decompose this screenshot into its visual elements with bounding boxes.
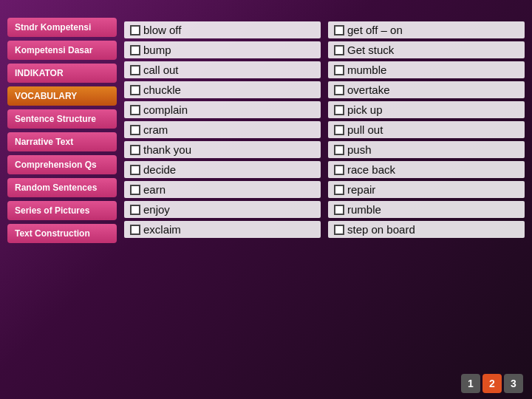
vocab-checkbox[interactable] (130, 85, 140, 95)
vocab-checkbox[interactable] (130, 185, 140, 195)
vocab-word: decide (143, 163, 176, 176)
vocab-item: bump (124, 41, 321, 58)
vocab-item: complain (124, 101, 321, 118)
vocab-item: enjoy (124, 201, 321, 218)
vocab-item: pull out (328, 121, 525, 138)
vocab-item: exclaim (124, 221, 321, 238)
vocab-word: repair (347, 183, 375, 196)
vocab-checkbox[interactable] (334, 65, 344, 75)
vocab-word: get off – on (347, 24, 403, 36)
vocab-item: thank you (124, 141, 321, 158)
vocab-word: complain (143, 103, 188, 116)
vocab-word: earn (143, 183, 166, 196)
vocab-word: thank you (143, 143, 191, 156)
vocab-word: call out (143, 64, 179, 76)
vocab-word: exclaim (143, 223, 181, 236)
vocab-item: blow off (124, 21, 321, 38)
main-content: Stndr KompetensiKompetensi DasarINDIKATO… (0, 10, 532, 358)
vocab-checkbox[interactable] (130, 165, 140, 175)
vocab-item: cram (124, 121, 321, 138)
vocab-item: rumble (328, 201, 525, 218)
vocab-checkbox[interactable] (334, 145, 344, 155)
vocab-word: step on board (347, 223, 415, 236)
page-numbers: 123 (461, 374, 523, 393)
vocab-item: call out (124, 61, 321, 78)
vocab-item: decide (124, 161, 321, 178)
vocab-checkbox[interactable] (130, 25, 140, 35)
vocab-checkbox[interactable] (130, 65, 140, 75)
sidebar-item-vocabulary[interactable]: VOCABULARY (7, 86, 117, 106)
vocab-col-right: get off – onGet stuckmumbleovertakepick … (328, 21, 525, 350)
vocab-checkbox[interactable] (334, 185, 344, 195)
vocab-word: chuckle (143, 83, 181, 96)
vocab-word: pick up (347, 103, 383, 116)
sidebar-item-random-sentences[interactable]: Random Sentences (7, 178, 117, 197)
vocab-item: chuckle (124, 81, 321, 98)
vocab-item: mumble (328, 61, 525, 78)
vocab-item: repair (328, 181, 525, 198)
vocab-item: push (328, 141, 525, 158)
vocab-word: cram (143, 123, 168, 136)
vocab-area: blow offbumpcall outchucklecomplaincramt… (124, 18, 525, 350)
vocab-word: race back (347, 163, 395, 176)
page-num-1[interactable]: 1 (461, 374, 480, 393)
vocab-item: overtake (328, 81, 525, 98)
vocab-item: pick up (328, 101, 525, 118)
vocab-word: overtake (347, 83, 390, 96)
vocab-word: blow off (143, 24, 181, 36)
vocab-checkbox[interactable] (334, 125, 344, 135)
vocab-checkbox[interactable] (334, 85, 344, 95)
vocab-word: enjoy (143, 203, 170, 216)
vocab-item: step on board (328, 221, 525, 238)
vocab-checkbox[interactable] (334, 225, 344, 235)
vocab-checkbox[interactable] (130, 105, 140, 115)
sidebar-item-comprehension-qs[interactable]: Comprehension Qs (7, 155, 117, 174)
vocab-checkbox[interactable] (334, 165, 344, 175)
page-title (0, 0, 532, 10)
vocab-checkbox[interactable] (334, 45, 344, 55)
vocab-item: get off – on (328, 21, 525, 38)
sidebar-item-series-of-pictures[interactable]: Series of Pictures (7, 201, 117, 220)
sidebar-item-stndr-kompetensi[interactable]: Stndr Kompetensi (7, 18, 117, 37)
vocab-word: rumble (347, 203, 381, 216)
sidebar-item-indikator[interactable]: INDIKATOR (7, 64, 117, 83)
sidebar-item-narrative-text[interactable]: Narrative Text (7, 132, 117, 151)
vocab-checkbox[interactable] (334, 25, 344, 35)
page-num-3[interactable]: 3 (504, 374, 523, 393)
sidebar-item-text-construction[interactable]: Text Construction (7, 224, 117, 243)
vocab-checkbox[interactable] (130, 125, 140, 135)
vocab-word: bump (143, 44, 171, 56)
vocab-checkbox[interactable] (130, 145, 140, 155)
sidebar-item-sentence-structure[interactable]: Sentence Structure (7, 109, 117, 129)
vocab-checkbox[interactable] (130, 205, 140, 215)
page-num-2[interactable]: 2 (482, 374, 502, 393)
vocab-checkbox[interactable] (130, 225, 140, 235)
vocab-item: race back (328, 161, 525, 178)
vocab-checkbox[interactable] (334, 205, 344, 215)
vocab-item: earn (124, 181, 321, 198)
vocab-word: push (347, 143, 372, 156)
vocab-word: mumble (347, 64, 386, 76)
vocab-item: Get stuck (328, 41, 525, 58)
sidebar-item-kompetensi-dasar[interactable]: Kompetensi Dasar (7, 41, 117, 60)
sidebar: Stndr KompetensiKompetensi DasarINDIKATO… (7, 18, 117, 350)
vocab-checkbox[interactable] (130, 45, 140, 55)
vocab-col-left: blow offbumpcall outchucklecomplaincramt… (124, 21, 321, 350)
vocab-checkbox[interactable] (334, 105, 344, 115)
vocab-word: Get stuck (347, 44, 394, 56)
vocab-word: pull out (347, 123, 383, 136)
